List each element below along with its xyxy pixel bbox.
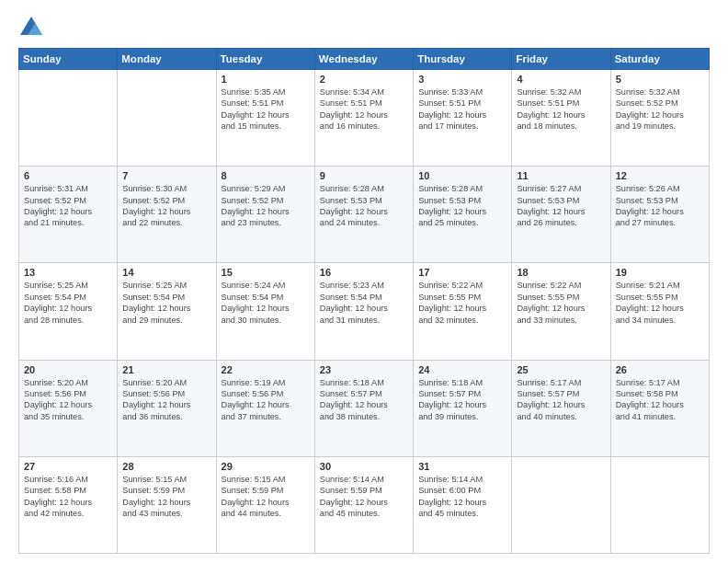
day-info: Sunrise: 5:20 AM Sunset: 5:56 PM Dayligh… xyxy=(122,377,210,423)
calendar-cell: 19Sunrise: 5:21 AM Sunset: 5:55 PM Dayli… xyxy=(610,263,709,360)
page: SundayMondayTuesdayWednesdayThursdayFrid… xyxy=(0,0,728,563)
day-info: Sunrise: 5:14 AM Sunset: 5:59 PM Dayligh… xyxy=(320,474,408,520)
calendar-cell: 15Sunrise: 5:24 AM Sunset: 5:54 PM Dayli… xyxy=(216,263,314,360)
day-number: 24 xyxy=(418,364,506,375)
calendar-cell: 20Sunrise: 5:20 AM Sunset: 5:56 PM Dayli… xyxy=(19,360,118,456)
day-info: Sunrise: 5:32 AM Sunset: 5:52 PM Dayligh… xyxy=(616,86,704,132)
day-number: 14 xyxy=(122,267,210,278)
calendar-cell: 14Sunrise: 5:25 AM Sunset: 5:54 PM Dayli… xyxy=(118,263,216,360)
calendar-cell: 2Sunrise: 5:34 AM Sunset: 5:51 PM Daylig… xyxy=(314,70,413,167)
day-number: 16 xyxy=(320,267,408,278)
day-info: Sunrise: 5:24 AM Sunset: 5:54 PM Dayligh… xyxy=(222,280,310,326)
day-number: 25 xyxy=(517,364,605,375)
calendar-cell: 10Sunrise: 5:28 AM Sunset: 5:53 PM Dayli… xyxy=(414,167,512,263)
day-info: Sunrise: 5:26 AM Sunset: 5:53 PM Dayligh… xyxy=(616,183,704,229)
calendar-header-friday: Friday xyxy=(512,49,610,70)
day-number: 11 xyxy=(517,170,605,181)
calendar-cell xyxy=(118,70,216,167)
calendar-cell: 27Sunrise: 5:16 AM Sunset: 5:58 PM Dayli… xyxy=(19,456,118,553)
day-number: 17 xyxy=(418,267,506,278)
day-info: Sunrise: 5:23 AM Sunset: 5:54 PM Dayligh… xyxy=(320,280,408,326)
calendar-cell: 21Sunrise: 5:20 AM Sunset: 5:56 PM Dayli… xyxy=(118,360,216,456)
calendar-table: SundayMondayTuesdayWednesdayThursdayFrid… xyxy=(18,48,710,554)
calendar-cell: 22Sunrise: 5:19 AM Sunset: 5:56 PM Dayli… xyxy=(216,360,314,456)
calendar-cell xyxy=(610,456,709,553)
day-number: 10 xyxy=(418,170,506,181)
day-info: Sunrise: 5:15 AM Sunset: 5:59 PM Dayligh… xyxy=(222,474,310,520)
calendar-cell: 3Sunrise: 5:33 AM Sunset: 5:51 PM Daylig… xyxy=(414,70,512,167)
calendar-header-tuesday: Tuesday xyxy=(216,49,314,70)
day-info: Sunrise: 5:28 AM Sunset: 5:53 PM Dayligh… xyxy=(418,183,506,229)
day-info: Sunrise: 5:17 AM Sunset: 5:58 PM Dayligh… xyxy=(616,377,704,423)
calendar-cell: 6Sunrise: 5:31 AM Sunset: 5:52 PM Daylig… xyxy=(19,167,118,263)
calendar-cell: 11Sunrise: 5:27 AM Sunset: 5:53 PM Dayli… xyxy=(512,167,610,263)
header xyxy=(18,15,710,40)
day-info: Sunrise: 5:27 AM Sunset: 5:53 PM Dayligh… xyxy=(517,183,605,229)
day-number: 22 xyxy=(222,364,310,375)
day-number: 19 xyxy=(616,267,704,278)
calendar-cell: 8Sunrise: 5:29 AM Sunset: 5:52 PM Daylig… xyxy=(216,167,314,263)
calendar-cell: 26Sunrise: 5:17 AM Sunset: 5:58 PM Dayli… xyxy=(610,360,709,456)
day-info: Sunrise: 5:21 AM Sunset: 5:55 PM Dayligh… xyxy=(616,280,704,326)
calendar-cell: 7Sunrise: 5:30 AM Sunset: 5:52 PM Daylig… xyxy=(118,167,216,263)
calendar-cell: 29Sunrise: 5:15 AM Sunset: 5:59 PM Dayli… xyxy=(216,456,314,553)
day-info: Sunrise: 5:18 AM Sunset: 5:57 PM Dayligh… xyxy=(418,377,506,423)
calendar-header-sunday: Sunday xyxy=(19,49,118,70)
day-info: Sunrise: 5:33 AM Sunset: 5:51 PM Dayligh… xyxy=(418,86,506,132)
day-number: 8 xyxy=(222,170,310,181)
day-info: Sunrise: 5:14 AM Sunset: 6:00 PM Dayligh… xyxy=(418,474,506,520)
day-info: Sunrise: 5:25 AM Sunset: 5:54 PM Dayligh… xyxy=(24,280,112,326)
calendar-cell: 18Sunrise: 5:22 AM Sunset: 5:55 PM Dayli… xyxy=(512,263,610,360)
day-number: 30 xyxy=(320,461,408,472)
calendar-cell: 23Sunrise: 5:18 AM Sunset: 5:57 PM Dayli… xyxy=(314,360,413,456)
calendar-cell: 4Sunrise: 5:32 AM Sunset: 5:51 PM Daylig… xyxy=(512,70,610,167)
day-info: Sunrise: 5:30 AM Sunset: 5:52 PM Dayligh… xyxy=(122,183,210,229)
day-number: 1 xyxy=(222,74,310,85)
calendar-cell: 16Sunrise: 5:23 AM Sunset: 5:54 PM Dayli… xyxy=(314,263,413,360)
day-number: 21 xyxy=(122,364,210,375)
day-number: 27 xyxy=(24,461,112,472)
calendar-cell: 30Sunrise: 5:14 AM Sunset: 5:59 PM Dayli… xyxy=(314,456,413,553)
day-info: Sunrise: 5:22 AM Sunset: 5:55 PM Dayligh… xyxy=(418,280,506,326)
calendar-cell xyxy=(512,456,610,553)
calendar-cell: 28Sunrise: 5:15 AM Sunset: 5:59 PM Dayli… xyxy=(118,456,216,553)
day-number: 23 xyxy=(320,364,408,375)
logo-icon xyxy=(18,15,44,40)
day-number: 15 xyxy=(222,267,310,278)
day-number: 6 xyxy=(24,170,112,181)
day-info: Sunrise: 5:19 AM Sunset: 5:56 PM Dayligh… xyxy=(222,377,310,423)
day-number: 5 xyxy=(616,74,704,85)
calendar-cell: 25Sunrise: 5:17 AM Sunset: 5:57 PM Dayli… xyxy=(512,360,610,456)
day-number: 9 xyxy=(320,170,408,181)
calendar-header-wednesday: Wednesday xyxy=(314,49,413,70)
logo xyxy=(18,15,48,40)
day-info: Sunrise: 5:22 AM Sunset: 5:55 PM Dayligh… xyxy=(517,280,605,326)
day-info: Sunrise: 5:17 AM Sunset: 5:57 PM Dayligh… xyxy=(517,377,605,423)
day-number: 4 xyxy=(517,74,605,85)
day-number: 20 xyxy=(24,364,112,375)
day-info: Sunrise: 5:18 AM Sunset: 5:57 PM Dayligh… xyxy=(320,377,408,423)
day-number: 2 xyxy=(320,74,408,85)
calendar-header-saturday: Saturday xyxy=(610,49,709,70)
calendar-cell xyxy=(19,70,118,167)
calendar-cell: 24Sunrise: 5:18 AM Sunset: 5:57 PM Dayli… xyxy=(414,360,512,456)
calendar-cell: 13Sunrise: 5:25 AM Sunset: 5:54 PM Dayli… xyxy=(19,263,118,360)
day-info: Sunrise: 5:20 AM Sunset: 5:56 PM Dayligh… xyxy=(24,377,112,423)
day-number: 13 xyxy=(24,267,112,278)
day-info: Sunrise: 5:32 AM Sunset: 5:51 PM Dayligh… xyxy=(517,86,605,132)
day-info: Sunrise: 5:31 AM Sunset: 5:52 PM Dayligh… xyxy=(24,183,112,229)
day-info: Sunrise: 5:35 AM Sunset: 5:51 PM Dayligh… xyxy=(222,86,310,132)
calendar-cell: 5Sunrise: 5:32 AM Sunset: 5:52 PM Daylig… xyxy=(610,70,709,167)
day-info: Sunrise: 5:16 AM Sunset: 5:58 PM Dayligh… xyxy=(24,474,112,520)
day-info: Sunrise: 5:15 AM Sunset: 5:59 PM Dayligh… xyxy=(122,474,210,520)
day-number: 12 xyxy=(616,170,704,181)
calendar-header-thursday: Thursday xyxy=(414,49,512,70)
day-number: 31 xyxy=(418,461,506,472)
day-number: 29 xyxy=(222,461,310,472)
calendar-cell: 17Sunrise: 5:22 AM Sunset: 5:55 PM Dayli… xyxy=(414,263,512,360)
day-number: 18 xyxy=(517,267,605,278)
day-number: 28 xyxy=(122,461,210,472)
calendar-header-monday: Monday xyxy=(118,49,216,70)
calendar-cell: 1Sunrise: 5:35 AM Sunset: 5:51 PM Daylig… xyxy=(216,70,314,167)
day-number: 26 xyxy=(616,364,704,375)
